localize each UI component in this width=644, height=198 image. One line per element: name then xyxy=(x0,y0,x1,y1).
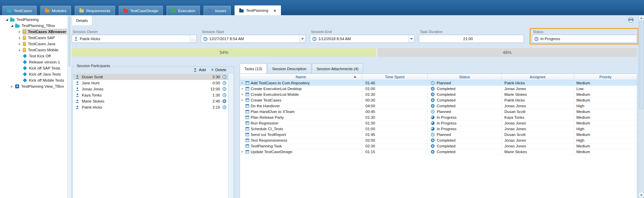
status-completed-icon xyxy=(431,98,435,102)
tab-issues[interactable]: Issues xyxy=(204,6,231,15)
close-icon[interactable]: × xyxy=(274,8,276,13)
participant-row[interactable]: Kaya Tonks 1:30 xyxy=(73,92,228,98)
participant-name: Jane Hunt xyxy=(82,81,99,85)
tree-item-testcases-java[interactable]: TestCases Java xyxy=(0,41,67,47)
tree-scrollbar-thumb[interactable] xyxy=(68,16,71,67)
expander-closed-icon[interactable] xyxy=(18,42,22,46)
task-row[interactable]: TestPlanning Task 02:30 Completed Jonas … xyxy=(240,143,637,149)
column-header-assignee[interactable]: Assignee xyxy=(502,74,574,80)
browse-button[interactable]: ... xyxy=(190,35,196,43)
main-scrollbar[interactable] xyxy=(638,15,644,198)
tree-item-label: Kick off Java Tests xyxy=(29,72,61,76)
tree-item-release-version-1[interactable]: Release version 1 xyxy=(0,59,67,65)
print-icon[interactable] xyxy=(628,17,634,23)
tree-item-label: TestPlanning xyxy=(16,18,39,22)
row-expander-spacer xyxy=(241,145,244,148)
tab-label: TestCases xyxy=(14,9,32,13)
tree-scrollbar[interactable] xyxy=(67,15,71,198)
task-assignee: Patrik Hicks xyxy=(502,97,574,103)
expander-closed-icon[interactable] xyxy=(18,48,22,52)
task-row[interactable]: Create ExecutionList Desktop 01:00 Compl… xyxy=(240,86,637,92)
session-end-dropdown-button[interactable] xyxy=(408,35,415,43)
tab-testcasedesign[interactable]: TestCaseDesign xyxy=(119,6,163,15)
session-start-dropdown-button[interactable] xyxy=(299,35,306,43)
participant-name: Marie Stokes xyxy=(82,99,104,103)
progress-remaining-segment: 46% xyxy=(377,48,637,57)
column-header-time-spent[interactable]: Time Spent xyxy=(362,74,428,80)
scroll-up-button[interactable] xyxy=(639,15,644,21)
tab-testcases[interactable]: TestCases xyxy=(2,6,37,15)
tab-testplanning[interactable]: TestPlanning × xyxy=(235,5,281,15)
participant-row[interactable]: Patrik Hicks 2:15 xyxy=(73,104,228,110)
tree-item-testcases-xbrowser[interactable]: TestCases XBrowser xyxy=(0,29,67,35)
tree-item-test-kick-off[interactable]: Test Kick Off xyxy=(0,53,67,59)
tree-item-testplanning-view-tbox[interactable]: TestPlanning View_TBox xyxy=(0,83,67,89)
tasks-table: Name Time Spent Status Assignee Priority… xyxy=(240,74,637,198)
task-doc-icon xyxy=(245,92,249,96)
participants-scrollbar[interactable] xyxy=(229,74,233,198)
task-doc-icon xyxy=(245,127,249,131)
sort-ascending-icon xyxy=(354,76,356,78)
task-row[interactable]: Create ExecutionList Mobile 01:30 Comple… xyxy=(240,92,637,97)
row-expander-icon[interactable] xyxy=(241,87,244,90)
tab-modules[interactable]: Modules xyxy=(40,6,71,15)
tab-session-attachments[interactable]: Session Attachments (4) xyxy=(312,63,363,74)
status-field[interactable]: In Progress xyxy=(532,35,637,43)
tab-requirements[interactable]: Requirements xyxy=(75,6,115,15)
delete-participant-button[interactable]: × Delete xyxy=(211,68,226,72)
expander-open-icon[interactable] xyxy=(10,24,14,28)
column-header-name[interactable]: Name xyxy=(240,74,362,80)
task-row[interactable]: Create TestCases 00:30 Completed Patrik … xyxy=(240,97,637,103)
tree-item-testcases-sap[interactable]: TestCases SAP xyxy=(0,35,67,41)
session-end-field[interactable]: 1/12/2018 8:54 AM xyxy=(310,35,415,43)
person-icon xyxy=(75,93,79,97)
task-name: Update TestCaseDesign xyxy=(251,150,292,154)
tree-item-label: TestCases Java xyxy=(28,42,55,46)
testcase-set-icon xyxy=(23,42,26,46)
tree-item-testcases-mobile[interactable]: TestCases Mobile xyxy=(0,47,67,53)
tree-item-testplanning[interactable]: TestPlanning xyxy=(0,17,67,23)
tree-item-kick-off-mobile-tests[interactable]: Kick off Mobile Tests xyxy=(0,77,67,83)
task-row[interactable]: Schedule CI_Tests 01:00 In Progress Jona… xyxy=(240,126,637,132)
expander-closed-icon[interactable] xyxy=(10,85,14,88)
expander-closed-icon[interactable] xyxy=(18,36,22,40)
task-row[interactable]: Test Responsiveness 02:00 Completed Jona… xyxy=(240,138,637,143)
row-expander-icon[interactable] xyxy=(241,99,244,102)
task-row[interactable]: Update TestCaseDesign 01:15 Completed Ma… xyxy=(240,149,637,155)
task-duration-field[interactable]: 21:00 xyxy=(419,35,524,43)
tree-item-testplanning-tbox[interactable]: TestPlanning_TBox xyxy=(0,23,67,29)
task-name: Send out TestReport xyxy=(251,133,286,137)
task-row[interactable]: Run Regression 01:30 In Progress Jonas J… xyxy=(240,120,637,126)
expander-open-icon[interactable] xyxy=(5,18,9,22)
participant-row[interactable]: Marie Stokes 2:45 xyxy=(73,98,228,104)
row-expander-icon[interactable] xyxy=(241,93,244,96)
tab-execution[interactable]: Execution xyxy=(167,6,200,15)
tab-tasks[interactable]: Tasks (13) xyxy=(240,63,267,74)
add-participant-button[interactable]: Add xyxy=(193,68,206,72)
task-row[interactable]: Do the Handover 04:00 Completed Jonas Jo… xyxy=(240,103,637,109)
status-in-progress-icon xyxy=(431,127,435,131)
session-owner-field[interactable]: Patrik Hicks ... xyxy=(72,35,197,43)
column-header-priority[interactable]: Priority xyxy=(574,74,637,80)
tab-label: Execution xyxy=(178,9,195,13)
tree-item-kick-off-sap-tests[interactable]: Kick off SAP Tests xyxy=(0,65,67,71)
details-tab[interactable]: Details xyxy=(72,15,92,25)
testcases-folder-icon xyxy=(7,9,11,12)
row-expander-icon[interactable] xyxy=(241,150,244,153)
scrollbar-thumb[interactable] xyxy=(639,22,644,109)
column-header-status[interactable]: Status xyxy=(428,74,502,80)
row-expander-icon[interactable] xyxy=(241,82,244,85)
participant-row[interactable]: Jonas Jones 12:00 xyxy=(73,86,228,92)
tree-item-kick-off-java-tests[interactable]: Kick off Java Tests xyxy=(0,71,67,77)
participant-row[interactable]: Jane Hunt 0:00 xyxy=(73,80,228,86)
session-start-field[interactable]: 12/27/2017 8:54 AM xyxy=(201,35,306,43)
task-row[interactable]: Plan Release Party 01:30 In Progress Kay… xyxy=(240,115,637,120)
task-row[interactable]: Plan HandOver to XTeam 00:45 Planned Dus… xyxy=(240,109,637,115)
scroll-down-button[interactable] xyxy=(639,192,644,198)
tab-session-description[interactable]: Session Description xyxy=(267,63,311,74)
participant-row[interactable]: Dusan Scott 2:30 xyxy=(73,74,228,80)
task-row[interactable]: Send out TestReport 01:45 Planned Dusan … xyxy=(240,132,637,138)
expander-closed-icon[interactable] xyxy=(18,30,22,34)
tab-label: TestCaseDesign xyxy=(130,9,158,13)
task-row[interactable]: Add TestCases to Com.Repository 01:45 Pl… xyxy=(240,80,637,86)
